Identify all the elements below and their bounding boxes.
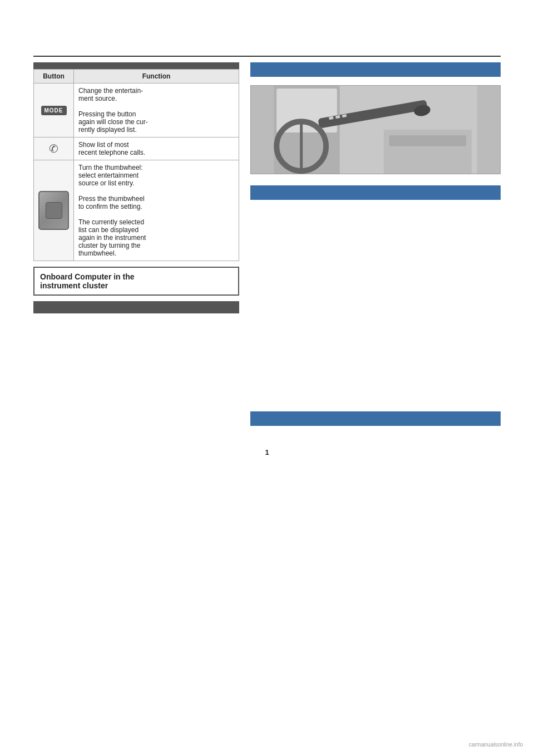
left-section-header-bar: [33, 62, 239, 69]
watermark-text: carmanualsonline.info: [469, 742, 523, 748]
table-row: MODE Change the entertain-ment source.Pr…: [34, 84, 239, 138]
function-table: Button Function MODE Change the entertai…: [33, 69, 239, 261]
left-column: Button Function MODE Change the entertai…: [33, 62, 239, 426]
col-button-header: Button: [34, 70, 74, 84]
phone-function-text: Show list of mostrecent telephone calls.: [78, 141, 145, 156]
table-row: Turn the thumbwheel:select entertainment…: [34, 160, 239, 261]
body-text: [33, 319, 35, 327]
right-text-area: [250, 208, 501, 292]
watermark: carmanualsonline.info: [469, 742, 523, 748]
mode-function-text-cell: Change the entertain-ment source.Pressin…: [74, 84, 239, 138]
mode-button-icon: MODE: [41, 106, 67, 115]
small-bar-label: [38, 304, 39, 311]
small-dark-bar-left: [33, 301, 239, 313]
thumbwheel-icon: [38, 191, 69, 230]
right-bottom-header-label: [256, 415, 258, 423]
right-middle-header-label: [256, 189, 258, 197]
page-number: 1: [0, 448, 534, 456]
phone-function-text-cell: Show list of mostrecent telephone calls.: [74, 138, 239, 160]
onboard-computer-title: Onboard Computer in the instrument clust…: [40, 272, 233, 290]
onboard-title-line2: instrument cluster: [40, 281, 108, 290]
svg-rect-11: [389, 135, 466, 146]
body-text-section: [33, 318, 239, 328]
right-column: [250, 62, 501, 426]
right-middle-header-bar: [250, 185, 501, 200]
thumbwheel-button-cell: [34, 160, 74, 261]
stalk-photo-svg: [251, 86, 500, 174]
mode-function-text: Change the entertain-ment source.Pressin…: [78, 87, 148, 134]
right-bottom-header-bar: [250, 411, 501, 426]
col-function-header: Function: [74, 70, 239, 84]
thumbwheel-function-text-cell: Turn the thumbwheel:select entertainment…: [74, 160, 239, 261]
phone-icon: ✆: [49, 143, 58, 155]
onboard-title-line1: Onboard Computer in the: [40, 272, 135, 281]
stalk-photo: [250, 85, 501, 174]
thumbwheel-inner-detail: [46, 202, 62, 219]
main-content: Button Function MODE Change the entertai…: [0, 57, 534, 431]
phone-button-cell: ✆: [34, 138, 74, 160]
right-top-header-label: [256, 66, 258, 73]
page-wrapper: Button Function MODE Change the entertai…: [0, 0, 534, 756]
table-row: ✆ Show list of mostrecent telephone call…: [34, 138, 239, 160]
thumbwheel-function-text: Turn the thumbwheel:select entertainment…: [78, 164, 146, 257]
onboard-computer-box: Onboard Computer in the instrument clust…: [33, 267, 239, 296]
right-top-header-bar: [250, 62, 501, 77]
table-header-row: Button Function: [34, 70, 239, 84]
mode-button-cell: MODE: [34, 84, 74, 138]
page-number-text: 1: [265, 448, 269, 456]
